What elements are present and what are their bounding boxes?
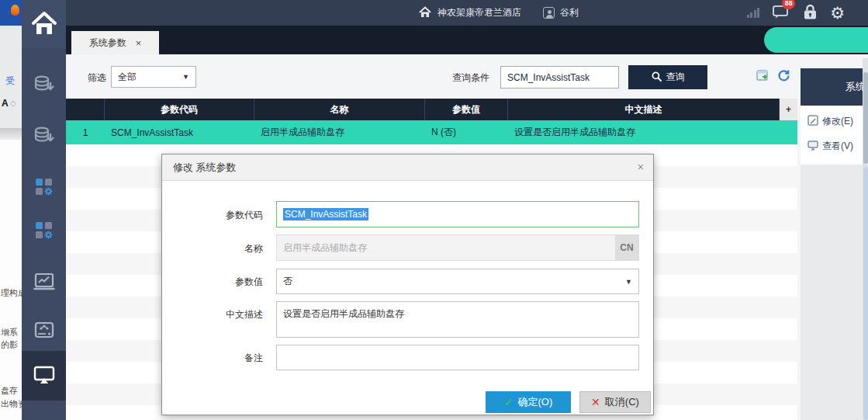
search-button[interactable]: 查询: [628, 65, 707, 89]
param-code-input[interactable]: SCM_InvAssistTask: [276, 201, 639, 227]
cn-description-value: 设置是否启用半成品辅助盘存: [283, 307, 404, 321]
action-panel-body: 修改(E) 查看(V): [801, 106, 868, 165]
signal-icon: [747, 8, 760, 18]
row-param-code: SCM_InvAssistTask: [105, 120, 254, 144]
filter-dropdown[interactable]: 全部 ▼: [111, 66, 196, 88]
background-text-fragment: 理构成: [1, 287, 22, 299]
hotel-info: 神农架康帝君兰酒店: [419, 6, 521, 20]
user-name: 谷利: [560, 6, 579, 19]
tab-bar: 系统参数 ×: [66, 26, 868, 54]
name-input-disabled: 启用半成品辅助盘存 CN: [276, 234, 639, 261]
field-label-param-code: 参数代码: [162, 209, 263, 222]
sidebar-item-reports[interactable]: [22, 261, 66, 304]
row-name: 启用半成品辅助盘存: [254, 120, 425, 144]
sidebar-item-modules-2[interactable]: [22, 210, 66, 253]
home-icon: [29, 8, 60, 41]
note-input[interactable]: [276, 345, 639, 370]
filter-label: 筛选: [88, 71, 106, 85]
header-cn-description[interactable]: 中文描述: [508, 99, 780, 120]
cn-description-textarea[interactable]: 设置是否启用半成品辅助盘存: [276, 301, 639, 338]
dialog-close-icon[interactable]: ×: [638, 161, 644, 172]
background-desktop-strip: 受 A ◌ 理构成 增系 的影 盘存 出物资: [0, 0, 22, 420]
background-glyph: A ◌: [2, 98, 22, 109]
export-icon[interactable]: [756, 70, 769, 85]
background-glyph: 受: [5, 75, 22, 88]
chart-screen-icon: [33, 272, 55, 294]
monitor-icon: [33, 364, 56, 388]
scrollbar[interactable]: [863, 58, 868, 420]
search-button-label: 查询: [666, 71, 685, 84]
view-monitor-icon: [807, 141, 818, 153]
check-icon: ✓: [504, 396, 514, 408]
add-column-button[interactable]: +: [780, 99, 797, 120]
table-header: 参数代码 名称 参数值 中文描述 +: [66, 99, 797, 120]
action-edit-label: 修改(E): [822, 115, 853, 128]
storage-network-icon: [33, 319, 55, 343]
refresh-icon[interactable]: [777, 69, 790, 86]
dialog-title-bar[interactable]: 修改 系统参数: [162, 154, 653, 181]
name-value: 启用半成品辅助盘存: [283, 241, 367, 255]
action-edit[interactable]: 修改(E): [807, 115, 853, 128]
query-condition-label: 查询条件: [452, 71, 489, 85]
user-info[interactable]: 谷利: [543, 6, 579, 19]
action-panel: 系统 修改(E) 查看(V): [801, 68, 868, 420]
table-row-selected[interactable]: 1 SCM_InvAssistTask 启用半成品辅助盘存 N (否) 设置是否…: [66, 120, 797, 144]
row-param-value: N (否): [425, 120, 508, 144]
settings-button[interactable]: ⚙: [830, 5, 845, 21]
header-name[interactable]: 名称: [254, 99, 425, 120]
field-label-name: 名称: [162, 242, 263, 255]
database-download-icon: [33, 74, 55, 98]
query-condition-value: SCM_InvAssistTask: [507, 72, 590, 83]
param-code-selected-text: SCM_InvAssistTask: [283, 208, 368, 220]
database-download-icon: [33, 125, 55, 149]
ok-button-label: 确定(O): [517, 395, 552, 409]
param-value-select[interactable]: 否 ▼: [276, 269, 639, 294]
tab-close-icon[interactable]: ×: [136, 37, 142, 49]
header-rownum: [66, 99, 105, 120]
teal-accent-bar: [764, 27, 868, 53]
background-text-fragment: 增系: [1, 327, 22, 338]
topbar: 神农架康帝君兰酒店 谷利 88 ⚙: [66, 0, 868, 26]
header-param-value[interactable]: 参数值: [425, 99, 508, 120]
filter-dropdown-value: 全部: [118, 71, 137, 84]
lock-button[interactable]: [803, 4, 818, 23]
sidebar-item-display-selected[interactable]: [22, 351, 66, 401]
background-text-fragment: 出物资: [1, 398, 22, 410]
sidebar-item-modules-1[interactable]: [22, 166, 66, 210]
search-icon: [652, 71, 662, 84]
modules-gear-icon: [34, 177, 54, 200]
field-label-cn-description: 中文描述: [162, 308, 263, 321]
scrollbar-thumb[interactable]: [863, 72, 868, 164]
action-view[interactable]: 查看(V): [807, 140, 853, 153]
cancel-button[interactable]: ✕ 取消(C): [579, 391, 651, 413]
cancel-button-label: 取消(C): [605, 395, 639, 409]
user-icon: [543, 7, 555, 19]
notifications-button[interactable]: 88: [772, 3, 790, 23]
sidebar-item-data-import-2[interactable]: [22, 115, 66, 158]
background-divider: [0, 128, 22, 140]
row-cn-description: 设置是否启用半成品辅助盘存: [508, 120, 797, 144]
header-param-code[interactable]: 参数代码: [105, 99, 254, 120]
query-condition-input[interactable]: SCM_InvAssistTask: [500, 66, 619, 89]
field-label-param-value: 参数值: [162, 276, 263, 289]
language-cn-badge: CN: [615, 235, 638, 260]
action-panel-title: 系统: [801, 68, 868, 106]
param-value-selected: 否: [283, 275, 292, 288]
row-number: 1: [66, 120, 105, 144]
background-text-fragment: 的影: [1, 339, 22, 351]
edit-pencil-icon: [807, 115, 818, 128]
sidebar-item-data-import-1[interactable]: [22, 64, 66, 107]
home-small-icon: [419, 6, 431, 20]
field-label-note: 备注: [162, 352, 263, 365]
sidebar-item-devices[interactable]: [22, 309, 66, 352]
dialog-title: 修改 系统参数: [173, 161, 237, 175]
background-text-fragment: 盘存: [1, 385, 22, 397]
ok-button[interactable]: ✓ 确定(O): [486, 391, 571, 413]
background-app-icon: [11, 5, 19, 16]
query-toolbar: 筛选 全部 ▼ 查询条件 SCM_InvAssistTask 查询: [66, 54, 797, 99]
tab-label: 系统参数: [89, 36, 126, 50]
chevron-down-icon: ▼: [182, 73, 189, 81]
x-icon: ✕: [591, 396, 600, 408]
sidebar-home-button[interactable]: [22, 0, 66, 48]
tab-system-parameters[interactable]: 系统参数 ×: [71, 31, 159, 54]
